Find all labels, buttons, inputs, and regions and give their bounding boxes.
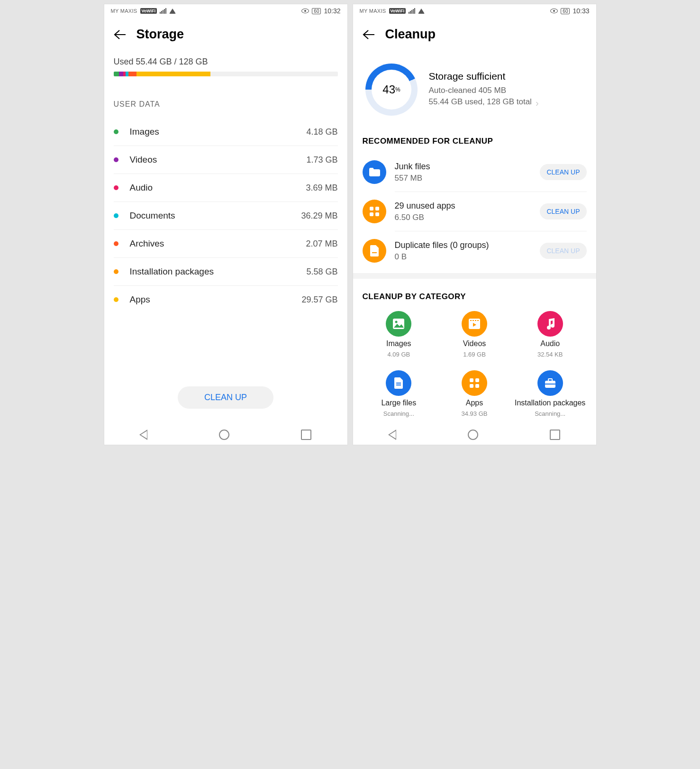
category-item[interactable]: Videos 1.69 GB <box>438 311 511 358</box>
battery-icon: 60 <box>312 8 321 14</box>
category-title: Audio <box>540 339 560 348</box>
storage-row[interactable]: Installation packages 5.58 GB <box>114 258 338 286</box>
summary-line-2: 55.44 GB used, 128 GB total <box>429 97 532 107</box>
category-subtitle: 1.69 GB <box>463 351 486 358</box>
nav-home-icon[interactable] <box>468 430 478 440</box>
summary-title: Storage sufficient <box>429 71 584 82</box>
row-label: Audio <box>130 183 306 193</box>
category-item[interactable]: Apps 34.93 GB <box>438 370 511 417</box>
rec-title: 29 unused apps <box>395 201 532 211</box>
svg-rect-13 <box>396 384 401 385</box>
category-header: CLEANUP BY CATEGORY <box>363 292 587 302</box>
recommended-row[interactable]: Junk files 557 MB CLEAN UP <box>395 153 587 192</box>
category-item[interactable]: Large files Scanning... <box>363 370 436 417</box>
svg-rect-1 <box>375 207 379 211</box>
rec-subtitle: 6.50 GB <box>395 213 532 222</box>
storage-row[interactable]: Videos 1.73 GB <box>114 146 338 174</box>
folder-icon <box>363 160 386 184</box>
nav-back-icon[interactable] <box>140 430 148 440</box>
storage-row[interactable]: Images 4.18 GB <box>114 118 338 146</box>
grid-icon <box>363 200 386 223</box>
row-value: 36.29 MB <box>301 211 337 221</box>
category-item[interactable]: Installation packages Scanning... <box>514 370 587 417</box>
category-dot-icon <box>114 241 118 246</box>
svg-rect-3 <box>375 212 379 216</box>
carrier-label: MY MAXIS <box>111 8 137 14</box>
nav-recent-icon[interactable] <box>301 430 311 440</box>
vowifi-badge: VoWiFi <box>140 8 157 14</box>
page-title: Storage <box>136 27 184 42</box>
row-label: Installation packages <box>130 266 307 277</box>
storage-row[interactable]: Audio 3.69 MB <box>114 174 338 202</box>
chevron-right-icon: › <box>536 98 539 109</box>
storage-donut: 43% <box>365 64 418 116</box>
file-icon <box>363 239 386 263</box>
back-arrow-icon[interactable] <box>114 29 126 40</box>
svg-rect-15 <box>475 378 479 382</box>
nav-home-icon[interactable] <box>219 430 229 440</box>
category-subtitle: Scanning... <box>383 410 414 417</box>
row-value: 3.69 MB <box>306 183 337 193</box>
back-arrow-icon[interactable] <box>363 29 375 40</box>
row-value: 5.58 GB <box>306 267 337 277</box>
header: Storage <box>104 16 347 46</box>
cleanup-button[interactable]: CLEAN UP <box>178 386 273 409</box>
category-dot-icon <box>114 213 118 218</box>
storage-row[interactable]: Documents 36.29 MB <box>114 202 338 230</box>
category-title: Images <box>386 339 411 348</box>
rec-subtitle: 557 MB <box>395 174 532 183</box>
status-bar: MY MAXIS VoWiFi 60 10:33 <box>353 4 596 16</box>
category-title: Apps <box>466 399 483 407</box>
cleanup-screen: MY MAXIS VoWiFi 60 10:33 Cleanup 43% Sto… <box>353 4 597 445</box>
category-item[interactable]: Images 4.09 GB <box>363 311 436 358</box>
eye-icon <box>550 9 558 13</box>
doc-icon <box>386 370 411 396</box>
storage-summary-row[interactable]: 43% Storage sufficient Auto-cleaned 405 … <box>363 64 587 116</box>
percent-sign: % <box>395 86 400 93</box>
rec-title: Junk files <box>395 162 532 172</box>
svg-rect-8 <box>470 320 472 321</box>
clock-label: 10:33 <box>573 7 589 15</box>
clock-label: 10:32 <box>324 7 340 15</box>
rec-subtitle: 0 B <box>395 252 532 262</box>
usage-bar <box>114 72 338 76</box>
storage-row[interactable]: Archives 2.07 MB <box>114 230 338 258</box>
svg-rect-19 <box>548 379 552 381</box>
cleanup-action-button[interactable]: CLEAN UP <box>540 164 586 180</box>
signal-icon <box>160 8 166 14</box>
category-subtitle: 34.93 GB <box>462 410 488 417</box>
page-title: Cleanup <box>385 27 436 42</box>
category-subtitle: Scanning... <box>535 410 565 417</box>
nav-back-icon[interactable] <box>389 430 397 440</box>
bag-icon <box>537 370 563 396</box>
storage-row[interactable]: Apps 29.57 GB <box>114 286 338 313</box>
category-dot-icon <box>114 297 118 302</box>
storage-screen: MY MAXIS VoWiFi 60 10:32 Storage Used 55… <box>104 4 348 445</box>
category-dot-icon <box>114 129 118 134</box>
signal-icon <box>409 8 415 14</box>
svg-point-6 <box>395 321 398 323</box>
wifi-icon <box>169 9 176 14</box>
category-subtitle: 4.09 GB <box>387 351 410 358</box>
category-title: Large files <box>381 399 416 407</box>
category-item[interactable]: Audio 32.54 KB <box>514 311 587 358</box>
row-value: 2.07 MB <box>306 239 337 249</box>
recommended-row[interactable]: 29 unused apps 6.50 GB CLEAN UP <box>395 192 587 231</box>
svg-rect-20 <box>545 384 555 384</box>
recommended-header: RECOMMENDED FOR CLEANUP <box>363 137 587 146</box>
category-dot-icon <box>114 157 118 162</box>
svg-rect-0 <box>370 207 373 211</box>
svg-rect-2 <box>370 212 373 216</box>
svg-rect-11 <box>477 320 479 321</box>
svg-rect-16 <box>470 384 473 388</box>
row-label: Archives <box>130 238 306 249</box>
cleanup-action-button: CLEAN UP <box>540 243 586 259</box>
vowifi-badge: VoWiFi <box>389 8 406 14</box>
svg-rect-4 <box>372 252 377 253</box>
svg-rect-10 <box>475 320 476 321</box>
category-dot-icon <box>114 269 118 274</box>
cleanup-action-button[interactable]: CLEAN UP <box>540 203 586 220</box>
nav-recent-icon[interactable] <box>550 430 560 440</box>
nav-bar <box>104 422 347 445</box>
recommended-row[interactable]: Duplicate files (0 groups) 0 B CLEAN UP <box>395 231 587 270</box>
